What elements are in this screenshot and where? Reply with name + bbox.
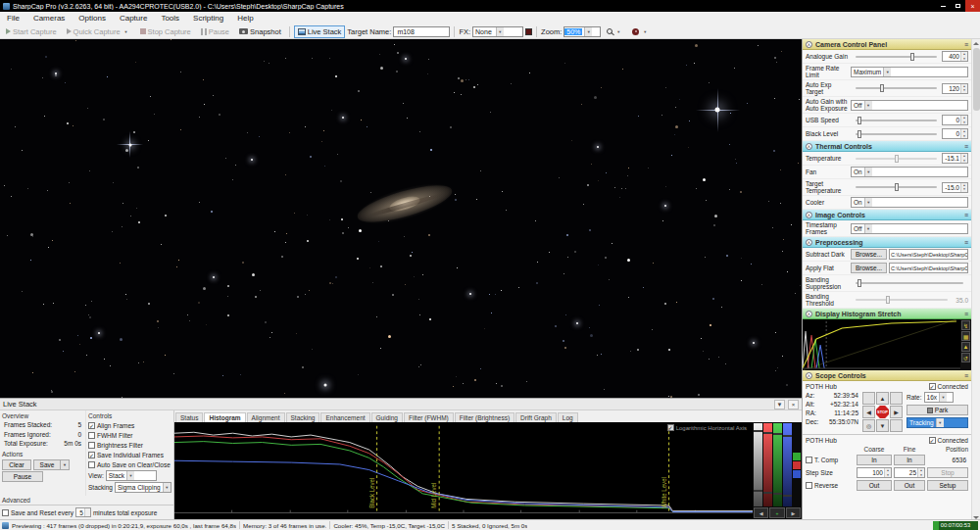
focus-in-coarse-button[interactable]: In <box>857 455 892 465</box>
log-axis-checkbox[interactable] <box>667 424 674 431</box>
blue-stretch-slider[interactable] <box>783 423 792 506</box>
fx-select[interactable]: None <box>472 26 523 37</box>
cooler-select[interactable]: On <box>851 197 968 208</box>
menu-file[interactable]: File <box>0 12 26 24</box>
slew-ne-button[interactable] <box>890 392 903 405</box>
thermal-panel-header[interactable]: ∧ Thermal Controls ≡ <box>803 141 971 152</box>
panel-scrollbar[interactable] <box>971 39 980 519</box>
auto-exp-target-slider[interactable] <box>856 87 937 89</box>
tab-guiding[interactable]: Guiding <box>371 412 403 422</box>
fwhm-filter-checkbox[interactable] <box>88 432 95 439</box>
usb-speed-slider[interactable] <box>856 120 937 121</box>
stretch-up-button[interactable]: ▲ <box>961 342 970 352</box>
slew-nw-button[interactable] <box>862 392 875 405</box>
histogram-stretch-header[interactable]: ∧ Display Histogram Stretch ≡ <box>803 309 971 319</box>
slew-down-button[interactable]: ▼ <box>876 419 889 432</box>
menu-options[interactable]: Options <box>72 12 113 24</box>
reverse-checkbox[interactable] <box>806 482 812 489</box>
slew-target-button[interactable]: ◎ <box>862 419 875 432</box>
tab-stacking[interactable]: Stacking <box>286 412 320 422</box>
focuser-connected-checkbox[interactable] <box>929 437 936 444</box>
menu-scripting[interactable]: Scripting <box>186 12 230 24</box>
stacking-select[interactable]: Sigma Clipping <box>115 482 172 493</box>
auto-save-checkbox[interactable] <box>88 461 95 468</box>
rate-select[interactable]: 16x <box>924 392 954 403</box>
quick-capture-dropdown-arrow[interactable]: ▼ <box>122 26 130 37</box>
tab-log[interactable]: Log <box>558 412 578 422</box>
red-stretch-slider[interactable] <box>763 423 772 506</box>
zoom-select[interactable]: 50% <box>564 26 601 37</box>
tab-enhancement[interactable]: Enhancement <box>320 412 369 422</box>
black-level-input[interactable]: 0 <box>942 128 968 139</box>
auto-exp-target-input[interactable]: 120 <box>942 83 968 94</box>
scrollbar-up-arrow[interactable] <box>972 39 980 47</box>
brightness-filter-checkbox[interactable] <box>88 442 95 449</box>
panel-close-button[interactable]: × <box>788 400 799 410</box>
start-capture-button[interactable]: Start Capture <box>2 25 61 38</box>
slew-stop-button[interactable]: STOP <box>876 406 889 418</box>
stretch-prev-button[interactable]: ◀ <box>754 507 768 518</box>
tab-filter-brightness[interactable]: Filter (Brightness) <box>455 412 514 422</box>
close-button[interactable]: × <box>965 0 980 12</box>
focus-out-coarse-button[interactable]: Out <box>857 480 892 491</box>
tab-histogram[interactable]: Histogram <box>204 412 245 422</box>
align-frames-checkbox[interactable] <box>88 422 95 429</box>
fan-select[interactable]: On <box>851 167 968 177</box>
tab-drift-graph[interactable]: Drift Graph <box>515 412 557 422</box>
target-name-input[interactable]: m108 <box>393 26 450 37</box>
preprocessing-header[interactable]: ∧ Preprocessing ≡ <box>803 237 971 248</box>
target-temperature-slider[interactable] <box>856 186 937 188</box>
tracking-select[interactable]: Tracking <box>906 417 968 428</box>
menu-help[interactable]: Help <box>230 12 260 24</box>
minimize-button[interactable] <box>936 0 951 12</box>
scrollbar-down-arrow[interactable] <box>972 511 980 519</box>
slew-up-button[interactable]: ▲ <box>876 392 889 405</box>
stop-capture-button[interactable]: Stop Capture <box>136 25 195 38</box>
scope-controls-header[interactable]: ∧ Scope Controls ≡ <box>803 370 971 381</box>
usb-speed-input[interactable]: 0 <box>942 115 968 125</box>
reset-stretch-button[interactable]: ↺ <box>961 353 970 362</box>
timestamp-frames-select[interactable]: Off <box>851 223 968 234</box>
green-stretch-slider[interactable] <box>773 423 782 506</box>
maximize-button[interactable] <box>951 0 965 12</box>
display-histogram-stretch[interactable]: ↯ ▦ ▲ ↺ <box>803 319 971 370</box>
slew-se-button[interactable] <box>890 419 903 432</box>
save-button[interactable]: Save <box>33 459 61 470</box>
auto-gain-select[interactable]: Off <box>851 100 968 111</box>
slew-left-button[interactable]: ◀ <box>862 406 875 418</box>
pause-stack-button[interactable]: Pause <box>2 471 43 482</box>
target-temperature-input[interactable]: -15.0 <box>942 182 968 193</box>
scrollbar-thumb[interactable] <box>973 48 980 111</box>
analogue-gain-slider[interactable] <box>856 56 937 58</box>
snapshot-button[interactable]: Snapshot <box>235 25 285 38</box>
black-level-slider[interactable] <box>856 133 937 135</box>
analogue-gain-input[interactable]: 400 <box>942 51 968 62</box>
camera-panel-header[interactable]: ∧ Camera Control Panel ≡ <box>803 39 971 50</box>
focus-out-fine-button[interactable]: Out <box>894 480 925 491</box>
save-reset-checkbox[interactable] <box>2 509 9 516</box>
frame-rate-limit-select[interactable]: Maximum <box>851 67 968 77</box>
image-controls-header[interactable]: ∧ Image Controls ≡ <box>803 210 971 220</box>
reticle-button[interactable]: ▼ <box>628 24 653 39</box>
collapse-icon[interactable]: ∧ <box>806 41 812 48</box>
magnifier-button[interactable]: ▼ <box>603 24 626 39</box>
auto-stretch-button[interactable]: ↯ <box>961 320 970 330</box>
save-reset-minutes-input[interactable]: 5 <box>75 507 91 517</box>
subtract-dark-browse-button[interactable]: Browse... <box>851 249 887 260</box>
menu-capture[interactable]: Capture <box>113 12 154 24</box>
live-stack-button[interactable]: Live Stack <box>294 25 346 38</box>
park-button[interactable]: Park <box>906 405 968 415</box>
apply-flat-browse-button[interactable]: Browse... <box>851 263 887 273</box>
save-individual-frames-checkbox[interactable] <box>88 452 95 458</box>
view-select[interactable]: Stack <box>106 470 157 481</box>
subtract-dark-path[interactable]: C:\Users\Steph\Desktop\SharpC <box>889 249 968 260</box>
t-comp-checkbox[interactable] <box>806 457 812 463</box>
focuser-setup-button[interactable]: Setup <box>927 480 968 491</box>
quick-capture-button[interactable]: Quick Capture ▼ <box>63 24 134 39</box>
apply-flat-path[interactable]: C:\Users\Steph\Desktop\SharpC <box>889 263 968 273</box>
panel-menu-icon[interactable]: ≡ <box>964 41 968 48</box>
menu-cameras[interactable]: Cameras <box>26 12 72 24</box>
slew-right-button[interactable]: ▶ <box>890 406 903 418</box>
fine-step-input[interactable]: 25 <box>894 467 925 478</box>
tab-alignment[interactable]: Alignment <box>247 412 285 422</box>
